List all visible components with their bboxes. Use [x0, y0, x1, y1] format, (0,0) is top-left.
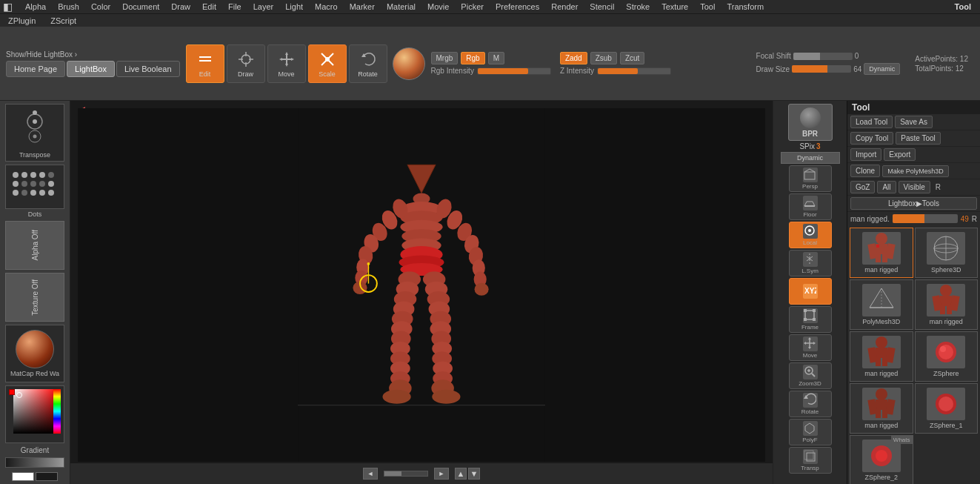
- lsym-btn[interactable]: L.Sym: [789, 250, 832, 276]
- texture-off-btn[interactable]: Texture Off: [5, 273, 64, 322]
- menu-preferences[interactable]: Preferences: [493, 2, 541, 11]
- menu-file[interactable]: File: [226, 2, 244, 11]
- bpr-label: BPR: [802, 130, 818, 138]
- menu-render[interactable]: Render: [549, 2, 580, 11]
- all-btn[interactable]: All: [877, 181, 896, 193]
- rgb-intensity-slider[interactable]: [477, 67, 551, 75]
- showhide-lightbox[interactable]: Show/Hide LightBox ›: [6, 50, 180, 59]
- menu-tool[interactable]: Tool: [698, 2, 717, 11]
- bpr-btn[interactable]: BPR: [788, 104, 833, 141]
- menu-material[interactable]: Material: [384, 2, 418, 11]
- toggle-zadd[interactable]: Zadd: [560, 52, 587, 64]
- dynamic-btn[interactable]: Dynamic: [781, 152, 840, 164]
- tab-home[interactable]: Home Page: [6, 61, 65, 77]
- white-swatch[interactable]: [12, 472, 34, 481]
- menu-transform[interactable]: Transform: [724, 2, 766, 11]
- menu-document[interactable]: Document: [120, 2, 161, 11]
- tool-thumb-man-rigged4[interactable]: man rigged: [850, 383, 913, 434]
- rotate-3d-btn[interactable]: Rotate: [789, 391, 832, 417]
- menu-marker[interactable]: Marker: [347, 2, 377, 11]
- goz-btn[interactable]: GoZ: [850, 181, 875, 193]
- tool-scale-btn[interactable]: Scale: [308, 44, 347, 83]
- alpha-off-btn[interactable]: Alpha Off: [5, 221, 64, 270]
- svg-rect-20: [298, 108, 545, 462]
- canvas-scroll-left[interactable]: ◄: [363, 468, 378, 480]
- canvas-viewport[interactable]: [78, 108, 765, 462]
- visible-btn[interactable]: Visible: [899, 181, 930, 193]
- menu-brush[interactable]: Brush: [56, 2, 81, 11]
- toggle-rgb[interactable]: Rgb: [461, 52, 484, 64]
- polyf-btn[interactable]: PolyF: [789, 419, 832, 445]
- canvas-area[interactable]: ◄: [70, 101, 773, 484]
- tool-thumb-sphere3d[interactable]: Sphere3D: [915, 228, 979, 278]
- menu-picker[interactable]: Picker: [459, 2, 486, 11]
- load-tool-btn[interactable]: Load Tool: [850, 116, 893, 128]
- make-polymesh-btn[interactable]: Make PolyMesh3D: [882, 165, 949, 177]
- persp-btn[interactable]: Persp: [789, 165, 832, 192]
- menu-color[interactable]: Color: [89, 2, 113, 11]
- focal-shift-slider[interactable]: [793, 53, 853, 60]
- canvas-nav-down[interactable]: ▼: [468, 468, 480, 480]
- copy-tool-btn[interactable]: Copy Tool: [850, 132, 893, 145]
- toggle-zcut[interactable]: Zcut: [620, 52, 644, 64]
- toggle-mrgb[interactable]: Mrgb: [431, 52, 459, 64]
- toggle-m[interactable]: M: [488, 52, 504, 64]
- export-btn[interactable]: Export: [884, 148, 916, 161]
- menu-draw[interactable]: Draw: [169, 2, 193, 11]
- matcap-btn[interactable]: MatCap Red Wa: [5, 325, 64, 382]
- tab-live-boolean[interactable]: Live Boolean: [116, 61, 180, 77]
- canvas-scroll-right[interactable]: ►: [434, 468, 449, 480]
- tool-thumb-man-rigged3[interactable]: man rigged: [850, 331, 913, 382]
- gradient-bar[interactable]: [5, 457, 64, 468]
- dynamic-toggle[interactable]: Dynamic: [864, 63, 900, 75]
- dots-widget: Dots: [5, 165, 64, 218]
- svg-point-19: [33, 110, 37, 115]
- lightbox-tools-btn[interactable]: Lightbox▶Tools: [850, 197, 977, 210]
- menu-zplugin[interactable]: ZPlugin: [6, 16, 38, 25]
- move-3d-btn[interactable]: Move: [789, 334, 832, 361]
- save-as-btn[interactable]: Save As: [895, 116, 933, 128]
- paste-tool-btn[interactable]: Paste Tool: [896, 132, 941, 145]
- tool-move-btn[interactable]: Move: [267, 44, 306, 83]
- z-intensity-slider[interactable]: [597, 67, 671, 75]
- tool-thumb-zsphere2[interactable]: ZSphere_2 Whats: [850, 435, 913, 484]
- menu-texture[interactable]: Texture: [659, 2, 690, 11]
- tool-thumb-man-rigged2[interactable]: man rigged: [915, 279, 979, 330]
- transp-btn[interactable]: Transp: [789, 447, 832, 474]
- tool-thumb-zsphere[interactable]: ZSphere: [915, 331, 979, 382]
- tool-thumb-zsphere1[interactable]: ZSphere_1: [915, 383, 979, 434]
- man-rigged-slider[interactable]: [893, 214, 958, 223]
- local-btn[interactable]: Local: [789, 222, 832, 248]
- canvas-scrollbar[interactable]: [384, 471, 428, 477]
- tool-edit-btn[interactable]: Edit: [186, 44, 224, 83]
- transpose-widget[interactable]: Transpose: [5, 104, 64, 162]
- black-swatch[interactable]: [36, 472, 58, 481]
- tool-thumb-man-rigged[interactable]: man rigged: [850, 228, 913, 278]
- copy-paste-row: Copy Tool Paste Tool: [847, 130, 980, 147]
- draw-size-slider[interactable]: [792, 65, 851, 73]
- color-picker[interactable]: [5, 385, 64, 443]
- menu-light[interactable]: Light: [283, 2, 305, 11]
- menu-alpha[interactable]: Alpha: [23, 2, 48, 11]
- clone-btn[interactable]: Clone: [850, 165, 880, 177]
- tool-thumb-polymesh3d[interactable]: PolyMesh3D: [850, 279, 913, 330]
- menu-stroke[interactable]: Stroke: [624, 2, 652, 11]
- menu-layer[interactable]: Layer: [251, 2, 276, 11]
- menu-macro[interactable]: Macro: [313, 2, 340, 11]
- tab-lightbox[interactable]: LightBox: [67, 61, 115, 77]
- tool-rotate-btn[interactable]: Rotate: [349, 44, 387, 83]
- frame-btn[interactable]: Frame: [789, 306, 832, 333]
- canvas-nav-up[interactable]: ▲: [455, 468, 467, 480]
- menu-zscript[interactable]: ZScript: [48, 16, 79, 25]
- zoom3d-btn[interactable]: Zoom3D: [789, 362, 832, 389]
- floor-btn[interactable]: Floor: [789, 193, 832, 220]
- tool-draw-btn[interactable]: Draw: [227, 44, 265, 83]
- menu-edit[interactable]: Edit: [200, 2, 219, 11]
- tools-grid: man rigged Sphere3D PolyMesh3D: [847, 225, 980, 484]
- menu-movie[interactable]: Movie: [425, 2, 451, 11]
- material-sphere-preview[interactable]: [393, 47, 425, 80]
- import-btn[interactable]: Import: [850, 148, 881, 161]
- toggle-zsub[interactable]: Zsub: [590, 52, 617, 64]
- xyz-btn[interactable]: XYZ: [789, 278, 832, 305]
- menu-stencil[interactable]: Stencil: [587, 2, 616, 11]
